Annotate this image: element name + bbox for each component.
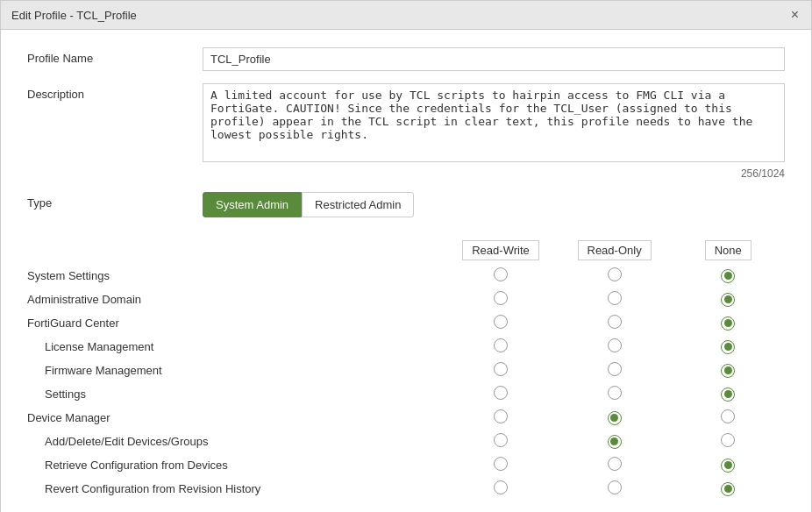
radio-ro-container[interactable] <box>608 411 622 425</box>
spacer-header <box>27 237 444 264</box>
radio-rw[interactable] <box>444 477 558 501</box>
radio-none-outer <box>721 293 735 307</box>
radio-none[interactable] <box>671 264 785 288</box>
radio-none[interactable] <box>671 311 785 335</box>
permission-name: Firmware Management <box>27 359 444 382</box>
radio-rw-container[interactable] <box>494 315 508 329</box>
table-row: Revert Configuration from Revision Histo… <box>27 477 785 501</box>
close-button[interactable]: × <box>789 8 801 22</box>
radio-none-container[interactable] <box>721 459 735 473</box>
read-only-header: Read-Only <box>558 237 672 264</box>
radio-none[interactable] <box>671 335 785 359</box>
radio-ro[interactable] <box>558 288 672 311</box>
radio-rw-container[interactable] <box>494 433 508 447</box>
radio-ro-container[interactable] <box>608 362 622 376</box>
radio-rw-outer <box>494 457 508 471</box>
radio-ro-outer <box>608 267 622 281</box>
radio-none-container[interactable] <box>721 269 735 283</box>
radio-rw-outer <box>494 386 508 400</box>
radio-none[interactable] <box>671 382 785 406</box>
permission-name: License Management <box>27 335 444 359</box>
permission-name: FortiGuard Center <box>27 311 444 335</box>
radio-none-container[interactable] <box>721 433 735 447</box>
radio-ro-inner <box>610 437 618 445</box>
radio-rw-container[interactable] <box>494 338 508 352</box>
radio-none-inner <box>724 319 732 327</box>
radio-none-outer <box>721 433 735 447</box>
radio-none[interactable] <box>671 288 785 311</box>
radio-rw-container[interactable] <box>494 409 508 423</box>
radio-none-container[interactable] <box>721 482 735 496</box>
radio-none-container[interactable] <box>721 364 735 378</box>
radio-ro-container[interactable] <box>608 457 622 471</box>
radio-rw-container[interactable] <box>494 267 508 281</box>
radio-ro-container[interactable] <box>608 291 622 305</box>
radio-none-container[interactable] <box>721 340 735 354</box>
title-bar: Edit Profile - TCL_Profile × <box>1 1 811 30</box>
edit-profile-window: Edit Profile - TCL_Profile × Profile Nam… <box>0 0 812 512</box>
type-label: Type <box>27 192 203 210</box>
col-header-none <box>671 230 785 237</box>
form-content: Profile Name Description 256/1024 Type S… <box>1 30 811 512</box>
radio-none[interactable] <box>671 359 785 382</box>
radio-ro-container[interactable] <box>608 480 622 494</box>
radio-rw-container[interactable] <box>494 362 508 376</box>
radio-ro-outer <box>608 338 622 352</box>
radio-ro[interactable] <box>558 335 672 359</box>
profile-name-input[interactable] <box>203 47 785 71</box>
radio-rw[interactable] <box>444 406 558 430</box>
radio-none-inner <box>724 461 732 469</box>
description-label: Description <box>27 83 203 101</box>
description-input[interactable] <box>203 83 785 162</box>
radio-ro[interactable] <box>558 477 672 501</box>
radio-none-inner <box>724 343 732 351</box>
radio-ro[interactable] <box>558 406 672 430</box>
radio-none-container[interactable] <box>721 293 735 307</box>
radio-none[interactable] <box>671 406 785 430</box>
radio-ro[interactable] <box>558 359 672 382</box>
radio-ro[interactable] <box>558 453 672 477</box>
radio-none-inner <box>724 295 732 303</box>
table-row: License Management <box>27 335 785 359</box>
radio-rw[interactable] <box>444 264 558 288</box>
radio-rw[interactable] <box>444 288 558 311</box>
radio-ro-outer <box>608 435 622 449</box>
radio-ro-container[interactable] <box>608 435 622 449</box>
radio-rw[interactable] <box>444 311 558 335</box>
radio-none-container[interactable] <box>721 316 735 331</box>
radio-rw[interactable] <box>444 359 558 382</box>
radio-none-container[interactable] <box>721 388 735 402</box>
radio-ro[interactable] <box>558 430 672 453</box>
radio-none-container[interactable] <box>721 409 735 423</box>
radio-rw[interactable] <box>444 382 558 406</box>
none-header: None <box>671 237 785 264</box>
radio-ro-container[interactable] <box>608 315 622 329</box>
radio-none[interactable] <box>671 477 785 501</box>
radio-none-outer <box>721 482 735 496</box>
system-admin-button[interactable]: System Admin <box>203 192 302 217</box>
radio-ro[interactable] <box>558 382 672 406</box>
permission-name: System Settings <box>27 264 444 288</box>
radio-ro[interactable] <box>558 264 672 288</box>
radio-ro-container[interactable] <box>608 338 622 352</box>
radio-rw-container[interactable] <box>494 291 508 305</box>
radio-rw[interactable] <box>444 453 558 477</box>
radio-rw[interactable] <box>444 335 558 359</box>
radio-none-outer <box>721 269 735 283</box>
radio-rw-container[interactable] <box>494 457 508 471</box>
radio-rw-container[interactable] <box>494 480 508 494</box>
profile-name-field <box>203 47 785 71</box>
type-field: System Admin Restricted Admin <box>203 192 785 217</box>
radio-ro[interactable] <box>558 311 672 335</box>
restricted-admin-button[interactable]: Restricted Admin <box>302 192 414 217</box>
radio-rw-container[interactable] <box>494 386 508 400</box>
table-row: Retrieve Configuration from Devices <box>27 453 785 477</box>
radio-ro-container[interactable] <box>608 267 622 281</box>
radio-none[interactable] <box>671 453 785 477</box>
radio-none-outer <box>721 459 735 473</box>
radio-rw[interactable] <box>444 430 558 453</box>
radio-ro-container[interactable] <box>608 386 622 400</box>
radio-rw-outer <box>494 267 508 281</box>
radio-none[interactable] <box>671 430 785 453</box>
col-header-rw <box>444 230 558 237</box>
